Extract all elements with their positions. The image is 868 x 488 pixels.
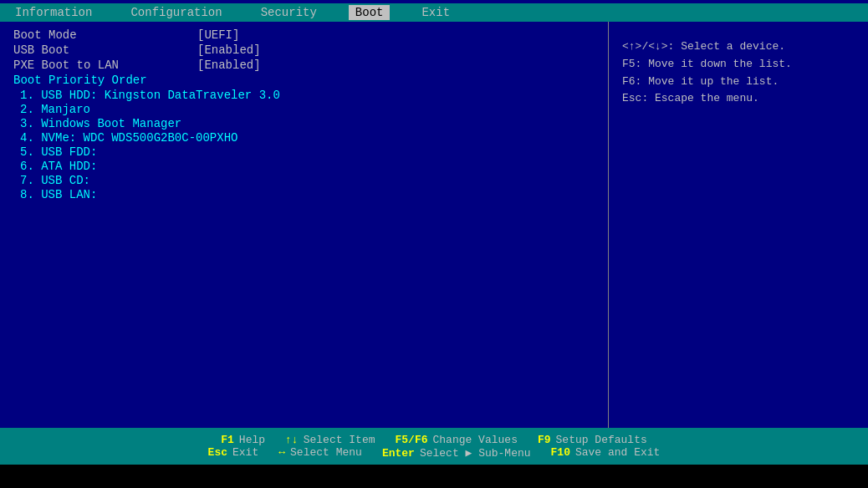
status-desc: Help	[239, 434, 265, 446]
status-desc: Change Values	[433, 434, 518, 446]
help-line: F6: Move it up the list.	[622, 74, 855, 91]
status-key: F5/F6	[396, 434, 428, 446]
setting-value: [UEFI]	[197, 28, 239, 42]
status-key: Enter	[382, 447, 415, 460]
boot-item-2[interactable]: 2. Manjaro	[20, 103, 595, 116]
setting-row: PXE Boot to LAN[Enabled]	[13, 58, 595, 72]
setting-label: PXE Boot to LAN	[13, 58, 197, 72]
status-item: F5/F6Change Values	[385, 434, 528, 446]
status-desc: Save and Exit	[575, 446, 660, 459]
status-item: ↔Select Menu	[268, 446, 372, 459]
boot-item-8[interactable]: 8. USB LAN:	[20, 188, 595, 201]
status-item: F9Setup Defaults	[528, 434, 657, 446]
setting-label: USB Boot	[13, 43, 197, 57]
help-line: Esc: Escape the menu.	[622, 90, 855, 108]
status-bar: F1Help↑↓Select ItemF5/F6Change ValuesF9S…	[0, 428, 868, 465]
status-item: F10Save and Exit	[541, 446, 671, 459]
left-panel: Boot Mode[UEFI]USB Boot[Enabled]PXE Boot…	[0, 22, 609, 428]
setting-value: [Enabled]	[197, 43, 261, 57]
status-item: EscExit	[198, 446, 269, 459]
menu-item-security[interactable]: Security	[254, 5, 324, 20]
boot-item-3[interactable]: 3. Windows Boot Manager	[20, 117, 595, 130]
help-text: <↑>/<↓>: Select a device.F5: Move it dow…	[622, 38, 855, 108]
status-bar-row-1: F1Help↑↓Select ItemF5/F6Change ValuesF9S…	[0, 434, 868, 446]
status-desc: Select Menu	[290, 446, 362, 459]
status-desc: Setup Defaults	[556, 434, 647, 446]
setting-label: Boot Mode	[13, 28, 197, 42]
status-key: F10	[551, 446, 570, 459]
status-item: ↑↓Select Item	[275, 434, 385, 446]
boot-item-6[interactable]: 6. ATA HDD:	[20, 160, 595, 173]
boot-item-5[interactable]: 5. USB FDD:	[20, 145, 595, 159]
status-item: F1Help	[211, 434, 275, 446]
setting-row: USB Boot[Enabled]	[13, 43, 595, 57]
boot-item-4[interactable]: 4. NVMe: WDC WDS500G2B0C-00PXHO	[20, 131, 595, 145]
status-key: Esc	[208, 446, 227, 459]
status-desc: Exit	[232, 446, 258, 459]
boot-item-1[interactable]: 1. USB HDD: Kingston DataTraveler 3.0	[20, 89, 595, 102]
setting-row: Boot Mode[UEFI]	[13, 28, 595, 42]
status-key: F9	[538, 434, 551, 446]
menu-item-configuration[interactable]: Configuration	[124, 5, 228, 20]
menu-item-boot[interactable]: Boot	[349, 5, 391, 20]
boot-item-7[interactable]: 7. USB CD:	[20, 174, 595, 187]
status-desc: Select Item	[304, 434, 375, 446]
main-content: Boot Mode[UEFI]USB Boot[Enabled]PXE Boot…	[0, 22, 868, 428]
boot-priority-label: Boot Priority Order	[13, 74, 595, 87]
menu-item-information[interactable]: Information	[8, 5, 99, 20]
status-key: ↔	[278, 446, 285, 459]
menu-bar: InformationConfigurationSecurityBootExit	[0, 3, 868, 22]
help-line: F5: Move it down the list.	[622, 56, 855, 74]
status-key: ↑↓	[285, 434, 299, 446]
status-desc: Select ▶ Sub-Menu	[420, 447, 531, 460]
menu-item-exit[interactable]: Exit	[415, 5, 457, 20]
help-line: <↑>/<↓>: Select a device.	[622, 38, 855, 56]
status-item: EnterSelect ▶ Sub-Menu	[372, 446, 541, 460]
status-bar-row-2: EscExit↔Select MenuEnterSelect ▶ Sub-Men…	[0, 446, 868, 460]
setting-value: [Enabled]	[197, 58, 261, 72]
status-key: F1	[221, 434, 234, 446]
right-panel: <↑>/<↓>: Select a device.F5: Move it dow…	[609, 22, 868, 428]
